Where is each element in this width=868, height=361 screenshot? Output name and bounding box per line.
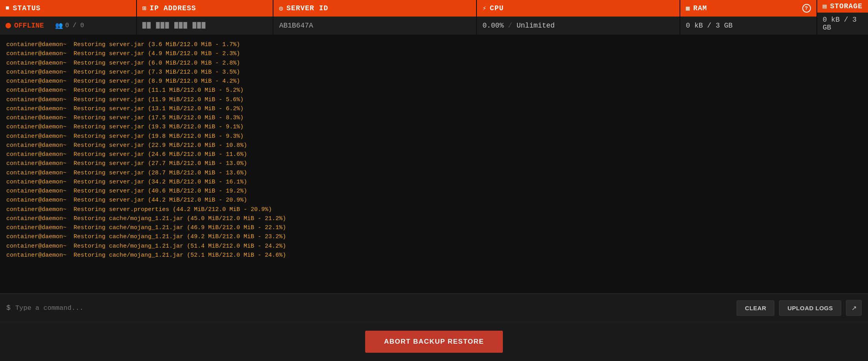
console-prompt: container@daemon~ — [6, 232, 66, 241]
console-prompt: container@daemon~ — [6, 113, 66, 122]
console-line: container@daemon~ Restoring server.jar (… — [6, 178, 862, 187]
storage-usage: 0 kB / 3 GB — [823, 16, 862, 31]
console-line: container@daemon~ Restoring cache/mojang… — [6, 223, 862, 232]
ip-header-label: IP ADDRESS — [150, 4, 196, 12]
console-prompt: container@daemon~ — [6, 59, 66, 68]
console-prompt: container@daemon~ — [6, 187, 66, 196]
console-line: container@daemon~ Restoring server.jar (… — [6, 95, 862, 104]
console-line: container@daemon~ Restoring server.jar (… — [6, 104, 862, 113]
console-text: Restoring server.jar (13.1 MiB/212.0 MiB… — [66, 104, 244, 113]
status-value-row: OFFLINE 👥 0 / 0 — [0, 17, 136, 35]
console-text: Restoring server.jar (8.9 MiB/212.0 MiB … — [66, 77, 240, 86]
console-line: container@daemon~ Restoring server.jar (… — [6, 68, 862, 77]
ip-header-icon: ⊞ — [142, 4, 147, 12]
console-line: container@daemon~ Restoring server.jar (… — [6, 141, 862, 150]
console-text: Restoring server.jar (4.9 MiB/212.0 MiB … — [66, 49, 240, 58]
console-prompt: container@daemon~ — [6, 132, 66, 141]
external-link-icon: ↗ — [851, 304, 857, 312]
offline-label: OFFLINE — [14, 22, 44, 30]
players-icon: 👥 — [55, 22, 63, 30]
console-prompt: container@daemon~ — [6, 77, 66, 86]
ip-value-row: ██ ███ ███ ███ — [137, 17, 273, 35]
console-text: Restoring cache/mojang_1.21.jar (45.0 Mi… — [66, 214, 286, 223]
console-line: container@daemon~ Restoring server.jar (… — [6, 113, 862, 122]
ram-usage: 0 kB / 3 GB — [686, 22, 733, 30]
console-line: container@daemon~ Restoring server.jar (… — [6, 187, 862, 196]
console-text: Restoring server.jar (44.2 MiB/212.0 MiB… — [66, 196, 247, 205]
ram-panel: ▦ RAM ? 0 kB / 3 GB — [680, 0, 817, 35]
console-text: Restoring server.jar (40.6 MiB/212.0 MiB… — [66, 187, 247, 196]
console-line: container@daemon~ Restoring server.jar (… — [6, 150, 862, 159]
console-prompt: container@daemon~ — [6, 205, 66, 214]
storage-header: ▤ STORAGE — [817, 0, 868, 13]
console-line: container@daemon~ Restoring server.jar (… — [6, 132, 862, 141]
console-line: container@daemon~ Restoring cache/mojang… — [6, 251, 862, 260]
console-line: container@daemon~ Restoring server.jar (… — [6, 59, 862, 68]
console-prompt: container@daemon~ — [6, 159, 66, 168]
console-text: Restoring server.jar (27.7 MiB/212.0 MiB… — [66, 159, 247, 168]
console-text: Restoring server.jar (17.5 MiB/212.0 MiB… — [66, 113, 244, 122]
status-header-icon: ■ — [6, 5, 10, 12]
console-text: Restoring server.jar (28.7 MiB/212.0 MiB… — [66, 168, 247, 178]
console-line: container@daemon~ Restoring server.jar (… — [6, 159, 862, 168]
ram-help-icon[interactable]: ? — [802, 4, 811, 13]
console-prompt: container@daemon~ — [6, 86, 66, 95]
console-line: container@daemon~ Restoring server.prope… — [6, 205, 862, 214]
console-text: Restoring cache/mojang_1.21.jar (46.9 Mi… — [66, 223, 286, 232]
ram-header: ▦ RAM ? — [680, 0, 816, 17]
console-text: Restoring server.jar (19.8 MiB/212.0 MiB… — [66, 132, 244, 141]
console-text: Restoring server.jar (6.0 MiB/212.0 MiB … — [66, 59, 240, 68]
console-line: container@daemon~ Restoring server.jar (… — [6, 168, 862, 178]
console-text: Restoring server.jar (11.1 MiB/212.0 MiB… — [66, 86, 244, 95]
external-link-button[interactable]: ↗ — [846, 300, 862, 316]
console-text: Restoring server.jar (7.3 MiB/212.0 MiB … — [66, 68, 240, 77]
storage-value-row: 0 kB / 3 GB — [817, 13, 868, 35]
players-info: 👥 0 / 0 — [55, 22, 84, 30]
console-prompt: container@daemon~ — [6, 242, 66, 251]
ip-address-value: ██ ███ ███ ███ — [142, 22, 206, 29]
console-output: container@daemon~ Restoring server.jar (… — [0, 35, 868, 293]
cpu-value-row: 0.00% / Unlimited — [477, 17, 680, 35]
status-header: ■ STATUS — [0, 0, 136, 17]
console-prompt: container@daemon~ — [6, 178, 66, 187]
status-panel: ■ STATUS OFFLINE 👥 0 / 0 — [0, 0, 137, 35]
abort-area: ABORT BACKUP RESTORE — [0, 322, 868, 361]
console-prompt: container@daemon~ — [6, 150, 66, 159]
console-line: container@daemon~ Restoring cache/mojang… — [6, 232, 862, 241]
cpu-header-icon: ⚡ — [482, 4, 487, 12]
serverid-value-row: AB1B647A — [273, 17, 476, 35]
status-header-label: STATUS — [13, 4, 41, 12]
console-line: container@daemon~ Restoring server.jar (… — [6, 49, 862, 58]
ram-header-label: RAM — [693, 4, 707, 12]
console-line: container@daemon~ Restoring server.jar (… — [6, 122, 862, 131]
command-input[interactable] — [15, 304, 732, 312]
dollar-sign: $ — [6, 304, 11, 312]
abort-backup-restore-button[interactable]: ABORT BACKUP RESTORE — [365, 331, 503, 353]
console-prompt: container@daemon~ — [6, 141, 66, 150]
console-prompt: container@daemon~ — [6, 49, 66, 58]
cpu-limit: Unlimited — [517, 22, 555, 30]
ram-header-icon: ▦ — [686, 4, 690, 12]
clear-button[interactable]: CLEAR — [737, 300, 774, 316]
console-text: Restoring cache/mojang_1.21.jar (52.1 Mi… — [66, 251, 286, 260]
console-text: Restoring server.jar (11.9 MiB/212.0 MiB… — [66, 95, 244, 104]
console-text: Restoring server.jar (19.3 MiB/212.0 MiB… — [66, 122, 244, 131]
players-count: 0 / 0 — [65, 22, 84, 29]
cpu-header-label: CPU — [490, 4, 504, 12]
ip-panel: ⊞ IP ADDRESS ██ ███ ███ ███ — [137, 0, 274, 35]
console-line: container@daemon~ Restoring server.jar (… — [6, 40, 862, 49]
storage-header-label: STORAGE — [830, 2, 862, 10]
console-prompt: container@daemon~ — [6, 68, 66, 77]
command-bar: $ CLEAR UPLOAD LOGS ↗ — [0, 293, 868, 322]
console-text: Restoring server.jar (3.6 MiB/212.0 MiB … — [66, 40, 240, 49]
cpu-usage: 0.00% / Unlimited — [482, 22, 555, 30]
console-prompt: container@daemon~ — [6, 168, 66, 178]
console-prompt: container@daemon~ — [6, 251, 66, 260]
console-text: Restoring cache/mojang_1.21.jar (51.4 Mi… — [66, 242, 286, 251]
console-line: container@daemon~ Restoring cache/mojang… — [6, 214, 862, 223]
console-text: Restoring server.jar (22.9 MiB/212.0 MiB… — [66, 141, 247, 150]
top-bar: ■ STATUS OFFLINE 👥 0 / 0 ⊞ IP ADDRESS ██… — [0, 0, 868, 35]
console-prompt: container@daemon~ — [6, 196, 66, 205]
upload-logs-button[interactable]: UPLOAD LOGS — [779, 300, 841, 316]
console-text: Restoring server.jar (24.6 MiB/212.0 MiB… — [66, 150, 247, 159]
